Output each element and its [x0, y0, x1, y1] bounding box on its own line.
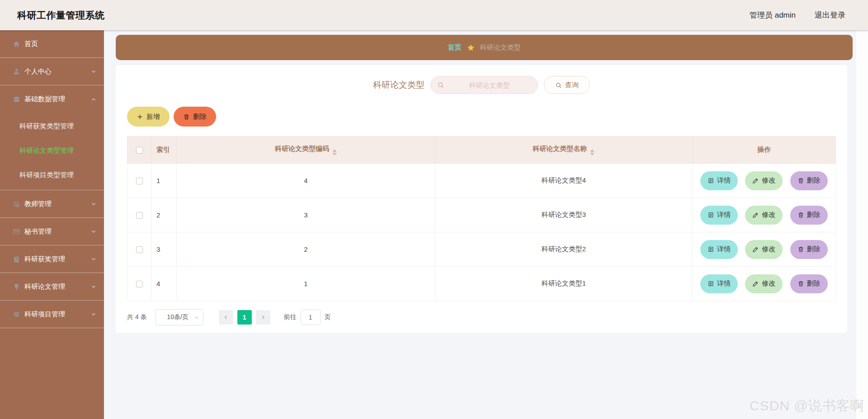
- column-header-code[interactable]: 科研论文类型编码: [177, 137, 435, 164]
- document-icon: [708, 280, 714, 287]
- cell-name: 科研论文类型4: [435, 164, 692, 198]
- cell-actions: 详情 修改 删除: [692, 267, 835, 301]
- cell-code: 1: [177, 267, 435, 301]
- row-checkbox[interactable]: [136, 281, 143, 287]
- select-all-checkbox[interactable]: [136, 147, 143, 154]
- chevron-right-icon: [260, 314, 266, 320]
- pencil-icon: [752, 280, 759, 287]
- row-checkbox[interactable]: [136, 246, 143, 253]
- search-input[interactable]: [444, 81, 534, 89]
- prev-page-button[interactable]: [219, 310, 233, 325]
- sidebar-item-research-award[interactable]: 科研获奖管理: [0, 245, 104, 273]
- star-icon: [467, 43, 475, 52]
- detail-button[interactable]: 详情: [700, 240, 738, 259]
- sidebar-item-label: 科研获奖管理: [24, 255, 90, 264]
- breadcrumb-home-link[interactable]: 首页: [448, 43, 462, 52]
- current-page-button[interactable]: 1: [237, 310, 252, 325]
- edit-button[interactable]: 修改: [745, 274, 783, 293]
- cell-code: 3: [177, 198, 435, 232]
- content-card: 科研论文类型 查询 新增 删除: [116, 65, 847, 333]
- column-header-actions: 操作: [692, 137, 835, 164]
- cell-name: 科研论文类型1: [435, 267, 692, 301]
- document-icon: [708, 212, 714, 218]
- next-page-button[interactable]: [256, 310, 270, 325]
- sidebar-item-label: 教师管理: [24, 200, 90, 208]
- sidebar-subitem-award-type[interactable]: 科研获奖类型管理: [0, 114, 104, 138]
- logout-button[interactable]: 退出登录: [815, 10, 845, 20]
- cell-actions: 详情 修改 删除: [692, 198, 835, 232]
- trash-icon: [797, 212, 804, 218]
- cell-name: 科研论文类型3: [435, 198, 692, 232]
- home-icon: [13, 40, 20, 48]
- edit-button[interactable]: 修改: [745, 171, 783, 190]
- sidebar-item-label: 科研项目管理: [24, 310, 90, 319]
- goto-page: 前往 页: [284, 310, 331, 325]
- trash-icon: [183, 113, 190, 120]
- app-header: 科研工作量管理系统 管理员 admin 退出登录: [0, 0, 868, 30]
- sidebar-item-base-data[interactable]: 基础数据管理: [0, 85, 104, 113]
- pencil-icon: [752, 212, 759, 218]
- query-button[interactable]: 查询: [544, 76, 590, 94]
- page-size-select[interactable]: 10条/页: [156, 309, 203, 325]
- toolbar: 新增 删除: [127, 107, 836, 127]
- trash-icon: [797, 280, 804, 287]
- document-icon: [708, 177, 714, 184]
- search-label: 科研论文类型: [373, 79, 425, 91]
- trash-icon: [797, 246, 804, 253]
- scrollbar-track[interactable]: [856, 30, 868, 419]
- add-button[interactable]: 新增: [127, 107, 170, 127]
- row-checkbox[interactable]: [136, 178, 143, 184]
- search-icon: [555, 82, 562, 89]
- search-box: [430, 76, 538, 94]
- sidebar-item-label: 基础数据管理: [24, 95, 90, 104]
- cell-index: 2: [151, 198, 177, 232]
- sidebar-item-label: 科研论文管理: [24, 282, 90, 291]
- table-row: 1 4 科研论文类型4 详情 修改 删除: [127, 164, 836, 198]
- row-checkbox[interactable]: [136, 212, 143, 219]
- cell-index: 1: [151, 164, 177, 198]
- goto-page-input[interactable]: [301, 310, 321, 325]
- search-icon: [437, 81, 444, 89]
- edit-button[interactable]: 修改: [745, 240, 783, 259]
- sidebar-item-research-paper[interactable]: 科研论文管理: [0, 273, 104, 301]
- pencil-icon: [752, 246, 759, 253]
- chevron-down-icon: [90, 256, 97, 262]
- delete-button[interactable]: 删除: [790, 206, 828, 225]
- chevron-down-icon: [90, 201, 97, 207]
- delete-button[interactable]: 删除: [790, 240, 828, 259]
- main-content: 首页 科研论文类型 科研论文类型 查询 新增: [104, 30, 868, 419]
- sidebar-item-label: 秘书管理: [24, 227, 90, 236]
- chevron-left-icon: [223, 314, 229, 320]
- cell-index: 4: [151, 267, 177, 301]
- batch-delete-button[interactable]: 删除: [174, 107, 216, 127]
- detail-button[interactable]: 详情: [700, 171, 738, 190]
- sidebar-item-personal-center[interactable]: 个人中心: [0, 58, 104, 85]
- sidebar-subitem-project-type[interactable]: 科研项目类型管理: [0, 163, 104, 187]
- document-icon: [708, 246, 714, 253]
- header-right: 管理员 admin 退出登录: [750, 10, 845, 20]
- search-row: 科研论文类型 查询: [127, 76, 836, 94]
- cell-actions: 详情 修改 删除: [692, 164, 835, 198]
- pagination: 共 4 条 10条/页 1 前往 页: [127, 309, 836, 325]
- sidebar-item-research-project[interactable]: 科研项目管理: [0, 301, 104, 328]
- breadcrumb-current: 科研论文类型: [480, 43, 521, 52]
- detail-button[interactable]: 详情: [700, 206, 738, 225]
- sidebar-item-home[interactable]: 首页: [0, 30, 104, 58]
- edit-button[interactable]: 修改: [745, 206, 783, 225]
- detail-button[interactable]: 详情: [700, 274, 738, 293]
- delete-button[interactable]: 删除: [790, 171, 828, 190]
- lightbulb-icon: [13, 283, 20, 291]
- cell-code: 2: [177, 232, 435, 267]
- sort-caret-icon[interactable]: [590, 149, 594, 155]
- sidebar-subitem-paper-type[interactable]: 科研论文类型管理: [0, 138, 104, 163]
- sort-caret-icon[interactable]: [332, 149, 337, 155]
- sidebar-item-teacher[interactable]: 教师管理: [0, 190, 104, 218]
- page-unit-label: 页: [325, 313, 331, 321]
- column-header-name[interactable]: 科研论文类型名称: [435, 137, 692, 164]
- delete-button[interactable]: 删除: [790, 274, 828, 293]
- sidebar-item-secretary[interactable]: 秘书管理: [0, 218, 104, 245]
- user-icon: [13, 68, 20, 75]
- briefcase-icon: [13, 95, 20, 103]
- pencil-icon: [752, 177, 759, 184]
- goto-label: 前往: [284, 313, 297, 321]
